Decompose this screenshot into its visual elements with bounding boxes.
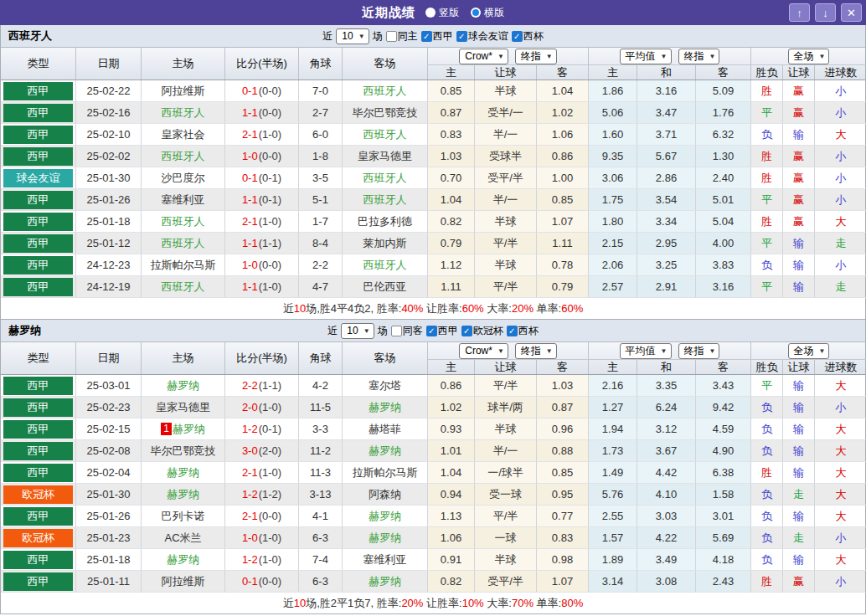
match-date: 25-01-26 xyxy=(76,506,142,527)
away-team: 巴拉多利德 xyxy=(343,211,428,233)
checkbox-icon[interactable]: ✓ xyxy=(507,326,518,336)
home-team: 赫罗纳 xyxy=(142,462,225,484)
subcol-handicap-result: 让球 xyxy=(783,65,815,80)
same-venue-checkbox[interactable]: 同客 xyxy=(391,324,423,338)
result-handicap: 赢 xyxy=(783,189,815,211)
checkbox-icon[interactable] xyxy=(391,326,402,336)
result-handicap: 输 xyxy=(783,124,815,146)
checkbox-icon[interactable]: ✓ xyxy=(456,31,467,42)
odds-stage-select[interactable]: 终指▼ xyxy=(515,343,557,359)
radio-horizontal-layout[interactable]: 横版 xyxy=(471,6,504,20)
avg-home-odds: 5.06 xyxy=(589,102,637,124)
result-winlose: 胜 xyxy=(751,462,783,484)
away-team: 西班牙人 xyxy=(343,254,428,276)
result-handicap: 赢 xyxy=(783,211,815,233)
bookmaker-select[interactable]: Crow*▼ xyxy=(459,49,508,64)
close-button[interactable]: ✕ xyxy=(841,3,862,22)
fulltime-select[interactable]: 全场▼ xyxy=(788,343,830,359)
corner-count: 7-4 xyxy=(299,549,343,571)
result-goals: 小 xyxy=(815,102,866,124)
home-team: 塞维利亚 xyxy=(142,189,225,211)
near-count-select[interactable]: 10▼ xyxy=(341,323,374,339)
near-count-select[interactable]: 10▼ xyxy=(336,28,369,44)
away-team: 赫罗纳 xyxy=(343,397,428,418)
move-down-button[interactable]: ↓ xyxy=(815,3,836,22)
corner-count: 8-4 xyxy=(299,233,343,254)
league-checkbox[interactable]: ✓西杯 xyxy=(512,29,544,44)
checkbox-icon[interactable]: ✓ xyxy=(512,31,523,42)
chevron-down-icon: ▼ xyxy=(497,347,504,355)
handicap-away-odds: 1.07 xyxy=(537,211,589,233)
result-handicap: 输 xyxy=(783,276,815,298)
corner-count: 11-2 xyxy=(299,440,343,462)
average-select[interactable]: 平均值▼ xyxy=(620,49,672,64)
league-badge: 西甲 xyxy=(3,551,73,569)
league-checkbox[interactable]: ✓西甲 xyxy=(426,324,458,338)
same-venue-checkbox[interactable]: 同主 xyxy=(386,29,418,44)
handicap-away-odds: 0.79 xyxy=(537,276,589,298)
avg-away-odds: 1.58 xyxy=(696,484,751,506)
avg-home-odds: 1.73 xyxy=(589,440,637,462)
handicap-line: 受平/半 xyxy=(475,167,537,189)
league-checkbox[interactable]: ✓西甲 xyxy=(421,29,453,44)
avg-draw-odds: 3.03 xyxy=(637,506,696,527)
home-team: 皇家社会 xyxy=(142,124,225,146)
checkbox-icon[interactable]: ✓ xyxy=(426,326,437,336)
col-corner: 角球 xyxy=(299,342,343,374)
league-badge: 西甲 xyxy=(3,507,73,526)
table-row: 西甲 25-01-18 赫罗纳 1-2(1-0) 7-4 塞维利亚 0.91 半… xyxy=(1,549,865,571)
chevron-down-icon: ▼ xyxy=(709,53,716,60)
avg-away-odds: 5.04 xyxy=(696,211,751,233)
average-select[interactable]: 平均值▼ xyxy=(620,343,672,359)
average-stage-select[interactable]: 终指▼ xyxy=(678,343,720,359)
result-handicap: 输 xyxy=(783,506,815,527)
avg-away-odds: 2.43 xyxy=(696,571,751,593)
handicap-away-odds: 0.88 xyxy=(537,440,589,462)
average-stage-select[interactable]: 终指▼ xyxy=(678,49,720,64)
move-up-button[interactable]: ↑ xyxy=(789,3,810,22)
result-handicap: 输 xyxy=(783,462,815,484)
score: 1-1(1-1) xyxy=(225,233,299,254)
odds-stage-select[interactable]: 终指▼ xyxy=(515,49,557,64)
fulltime-select[interactable]: 全场▼ xyxy=(788,49,830,64)
handicap-home-odds: 0.91 xyxy=(428,549,475,571)
result-goals: 小 xyxy=(815,146,866,167)
checkbox-icon[interactable]: ✓ xyxy=(461,326,472,336)
result-goals: 大 xyxy=(815,440,866,462)
handicap-away-odds: 1.02 xyxy=(537,102,589,124)
league-checkbox[interactable]: ✓西杯 xyxy=(507,324,539,338)
table-row: 西甲 25-02-04 赫罗纳 2-1(1-0) 11-3 拉斯帕尔马斯 1.0… xyxy=(1,462,865,484)
radio-icon-selected[interactable] xyxy=(471,8,481,18)
col-type: 类型 xyxy=(1,48,76,80)
result-goals: 大 xyxy=(815,549,866,571)
league-checkbox[interactable]: ✓欧冠杯 xyxy=(461,324,503,338)
avg-home-odds: 2.57 xyxy=(589,276,637,298)
bookmaker-select[interactable]: Crow*▼ xyxy=(459,343,508,359)
handicap-home-odds: 0.94 xyxy=(428,484,475,506)
table-row: 球会友谊 25-01-30 沙巴度尔 0-1(0-1) 3-5 西班牙人 0.7… xyxy=(1,167,865,189)
section-filter-row: 赫罗纳 近 10▼ 场 同客 ✓西甲✓欧冠杯✓西杯 xyxy=(0,320,866,342)
radio-icon[interactable] xyxy=(425,8,436,18)
checkbox-icon[interactable]: ✓ xyxy=(421,31,432,42)
radio-vertical-layout[interactable]: 竖版 xyxy=(425,6,459,20)
record-summary: 近10场,胜2平1负7, 胜率:20% 让胜率:10% 大率:70% 单率:80… xyxy=(0,593,866,614)
league-badge: 西甲 xyxy=(3,464,73,482)
match-date: 24-12-19 xyxy=(76,276,142,298)
result-winlose: 负 xyxy=(751,124,783,146)
handicap-home-odds: 0.83 xyxy=(428,124,475,146)
handicap-home-odds: 1.03 xyxy=(428,146,475,167)
table-body: 西甲 25-02-22 阿拉维斯 0-1(0-0) 7-0 西班牙人 0.85 … xyxy=(1,80,865,298)
score: 2-1(1-0) xyxy=(225,462,299,484)
checkbox-icon[interactable] xyxy=(386,31,397,42)
result-goals: 小 xyxy=(815,80,866,102)
league-badge: 西甲 xyxy=(3,104,73,122)
red-card-badge: 1 xyxy=(161,423,172,435)
col-score: 比分(半场) xyxy=(225,48,299,80)
away-team: 塞维利亚 xyxy=(343,549,428,571)
match-date: 25-01-30 xyxy=(76,167,142,189)
league-checkbox[interactable]: ✓球会友谊 xyxy=(456,29,508,44)
handicap-away-odds: 1.03 xyxy=(537,375,589,397)
score: 0-1(0-0) xyxy=(225,80,299,102)
result-winlose: 负 xyxy=(751,418,783,440)
match-date: 25-02-16 xyxy=(76,102,142,124)
